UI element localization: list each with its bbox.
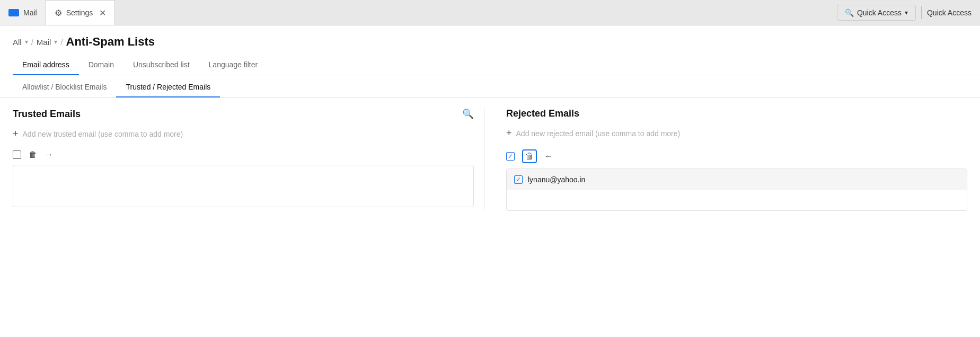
- page: All ▾ / Mail ▾ / Anti-Spam Lists Email a…: [0, 25, 980, 337]
- trusted-add-label: Add new trusted email (use comma to add …: [23, 130, 183, 138]
- breadcrumb-sep1: /: [31, 38, 33, 47]
- quick-access-divider: [921, 6, 922, 19]
- trusted-section: Trusted Emails 🔍 + Add new trusted email…: [13, 108, 485, 211]
- rejected-email-value: lynanu@yahoo.in: [528, 175, 585, 184]
- quick-access-area: 🔍 Quick Access ▾ Quick Access: [837, 5, 980, 21]
- breadcrumb-all[interactable]: All: [13, 38, 22, 47]
- rejected-arrow-left-button[interactable]: ←: [544, 152, 553, 161]
- browser-chrome: Mail ⚙ Settings ✕ 🔍 Quick Access ▾ Quick…: [0, 0, 980, 25]
- trusted-arrow-right-button[interactable]: →: [45, 150, 53, 159]
- rejected-add-plus-icon: +: [506, 128, 512, 139]
- tab-settings[interactable]: ⚙ Settings ✕: [46, 0, 116, 25]
- trusted-title: Trusted Emails: [13, 109, 81, 120]
- chevron-down-icon: ▾: [905, 9, 908, 16]
- rejected-list-area: ✓ lynanu@yahoo.in: [506, 169, 967, 211]
- trusted-add-plus-icon: +: [13, 128, 19, 139]
- quick-access-btn-label: Quick Access: [857, 8, 902, 17]
- trusted-list-area: [13, 165, 474, 207]
- close-icon[interactable]: ✕: [99, 8, 106, 18]
- breadcrumb-icon: ▾: [25, 38, 28, 46]
- tab-mail-label: Mail: [23, 8, 37, 17]
- tab-allowlist-blocklist[interactable]: Allowlist / Blocklist Emails: [13, 77, 116, 97]
- quick-access-button[interactable]: 🔍 Quick Access ▾: [837, 5, 916, 21]
- rejected-add-label: Add new rejected email (use comma to add…: [516, 129, 681, 138]
- mail-icon: [8, 9, 19, 16]
- breadcrumb: All ▾ / Mail ▾ / Anti-Spam Lists: [0, 25, 980, 55]
- tabs-secondary: Allowlist / Blocklist Emails Trusted / R…: [0, 77, 980, 97]
- trusted-delete-button[interactable]: 🗑: [29, 150, 37, 159]
- rejected-item-checkbox[interactable]: ✓: [514, 175, 523, 184]
- quick-access-text[interactable]: Quick Access: [927, 8, 972, 17]
- rejected-toolbar: ✓ 🗑 ←: [506, 149, 967, 163]
- trusted-add-row[interactable]: + Add new trusted email (use comma to ad…: [13, 128, 474, 139]
- tab-settings-label: Settings: [66, 8, 93, 17]
- tab-unsubscribed-list[interactable]: Unsubscribed list: [123, 55, 199, 75]
- search-icon: 🔍: [845, 8, 854, 17]
- tab-email-address[interactable]: Email address: [13, 55, 79, 75]
- rejected-select-all-checkbox[interactable]: ✓: [506, 152, 515, 161]
- breadcrumb-sep2: /: [60, 38, 63, 47]
- rejected-add-row[interactable]: + Add new rejected email (use comma to a…: [506, 128, 967, 139]
- list-item: ✓ lynanu@yahoo.in: [507, 169, 967, 190]
- breadcrumb-current: Anti-Spam Lists: [66, 35, 155, 49]
- tabs-primary: Email address Domain Unsubscribed list L…: [0, 55, 980, 75]
- rejected-section: Rejected Emails + Add new rejected email…: [485, 108, 967, 211]
- tab-trusted-rejected[interactable]: Trusted / Rejected Emails: [116, 77, 220, 97]
- trusted-section-header: Trusted Emails 🔍: [13, 108, 474, 120]
- tab-bar: Mail ⚙ Settings ✕: [0, 0, 837, 25]
- rejected-delete-button[interactable]: 🗑: [522, 149, 537, 163]
- tab-language-filter[interactable]: Language filter: [199, 55, 268, 75]
- rejected-title: Rejected Emails: [506, 108, 579, 119]
- breadcrumb-mail[interactable]: Mail: [37, 38, 51, 47]
- gear-icon: ⚙: [55, 8, 62, 18]
- trusted-toolbar: 🗑 →: [13, 150, 474, 159]
- trusted-select-all-checkbox[interactable]: [13, 150, 21, 159]
- trusted-search-icon[interactable]: 🔍: [462, 108, 474, 120]
- main-content: Trusted Emails 🔍 + Add new trusted email…: [0, 97, 980, 221]
- breadcrumb-mail-icon: ▾: [54, 38, 57, 46]
- tab-domain[interactable]: Domain: [79, 55, 123, 75]
- tab-mail[interactable]: Mail: [0, 0, 46, 25]
- rejected-section-header: Rejected Emails: [506, 108, 967, 119]
